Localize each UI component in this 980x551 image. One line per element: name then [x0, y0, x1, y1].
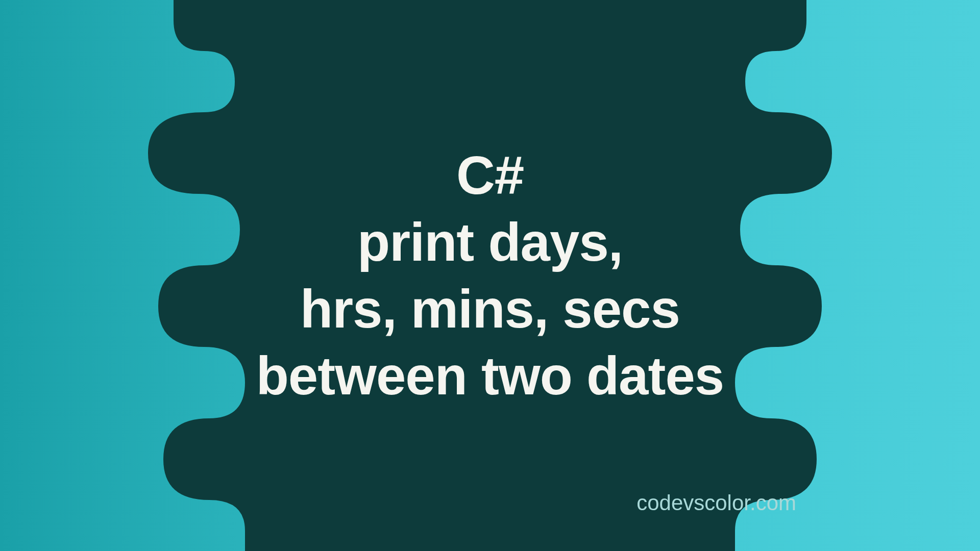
content-area: C# print days, hrs, mins, secs between t…	[0, 0, 980, 551]
title-line-4: between two dates	[256, 342, 724, 409]
title-line-2: print days,	[256, 209, 724, 276]
title-line-3: hrs, mins, secs	[256, 276, 724, 342]
title-line-1: C#	[256, 142, 724, 209]
title-block: C# print days, hrs, mins, secs between t…	[256, 142, 724, 410]
watermark: codevscolor.com	[636, 491, 796, 515]
